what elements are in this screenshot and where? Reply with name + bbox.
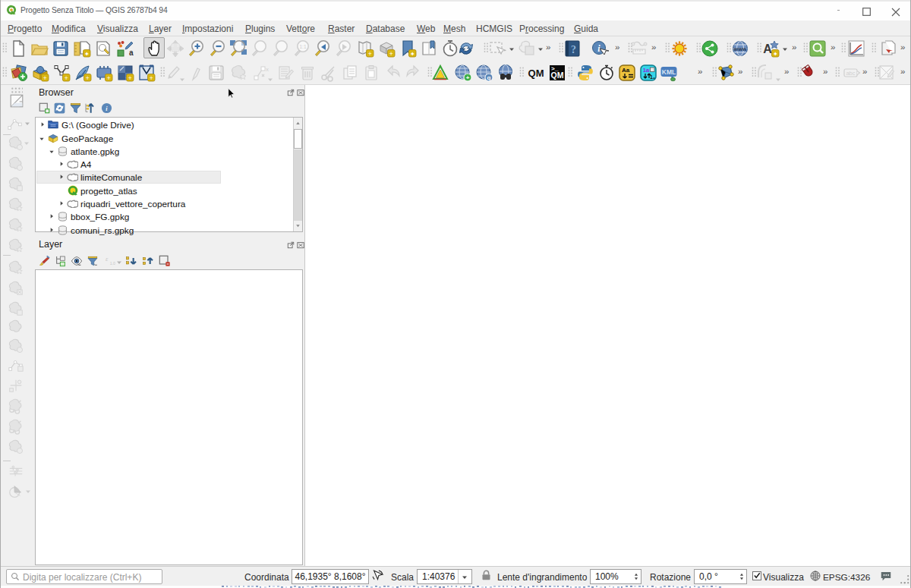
- svg-text:abc: abc: [846, 70, 855, 77]
- svg-text:KML: KML: [662, 68, 676, 76]
- svg-text:1a: 1a: [643, 67, 650, 74]
- svg-text:+: +: [368, 50, 372, 58]
- svg-text:+: +: [389, 50, 393, 58]
- svg-text:ε: ε: [106, 255, 109, 263]
- svg-text:✦: ✦: [410, 50, 415, 58]
- svg-text:+: +: [65, 74, 68, 82]
- svg-text:+: +: [86, 74, 90, 82]
- svg-text:✦: ✦: [84, 50, 90, 58]
- svg-text:Aa: Aa: [622, 67, 630, 74]
- svg-text:1.0: 1.0: [110, 261, 115, 266]
- svg-text:✦: ✦: [773, 50, 778, 58]
- svg-text:+: +: [466, 74, 470, 81]
- svg-text:1₂: 1₂: [650, 74, 655, 80]
- svg-text:+: +: [43, 74, 47, 82]
- svg-text:QM: QM: [528, 68, 544, 79]
- svg-text:x: x: [266, 66, 269, 73]
- svg-text:+: +: [107, 74, 111, 82]
- svg-text:www: www: [733, 46, 747, 52]
- svg-text:+: +: [128, 74, 132, 82]
- svg-text:?: ?: [571, 44, 576, 55]
- svg-text:a: a: [129, 49, 134, 57]
- svg-text:+: +: [150, 74, 153, 82]
- svg-text:q: q: [487, 74, 491, 81]
- svg-text:1:1: 1:1: [299, 44, 306, 49]
- svg-text:QM: QM: [551, 71, 564, 80]
